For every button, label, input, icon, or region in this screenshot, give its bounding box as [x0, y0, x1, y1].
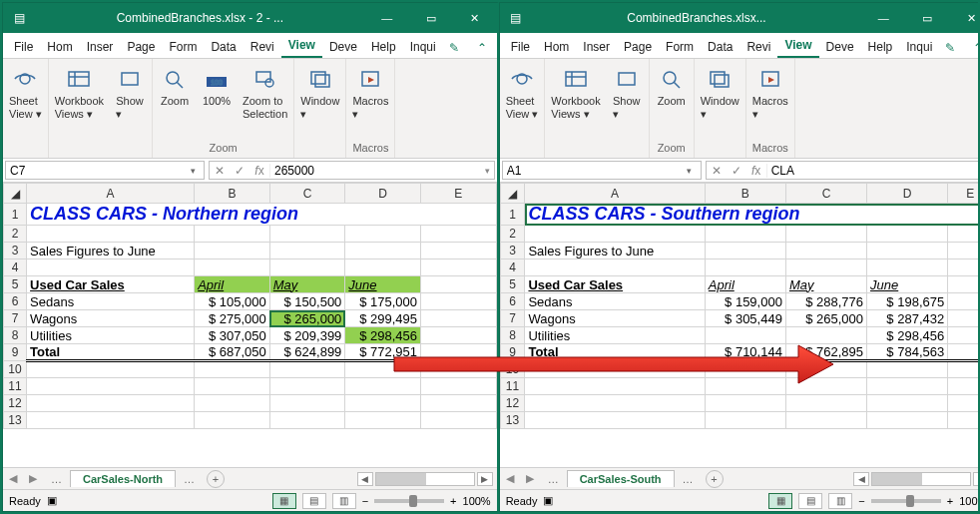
workbook-views-button[interactable]: Workbook Views ▾: [51, 63, 108, 123]
tab-file[interactable]: File: [7, 36, 40, 58]
collapse-ribbon-icon[interactable]: ⌃: [471, 38, 493, 58]
tab-more-right[interactable]: …: [176, 473, 203, 485]
restore-button[interactable]: ▭: [409, 3, 453, 33]
name-box-input[interactable]: [507, 164, 683, 178]
zoom-100-button[interactable]: 100100%: [197, 63, 237, 110]
tab-home[interactable]: Hom: [537, 36, 576, 58]
name-box-input[interactable]: [10, 164, 186, 178]
fx-icon[interactable]: fx: [746, 164, 766, 178]
zoom-slider[interactable]: [374, 499, 444, 503]
section-header[interactable]: Used Car Sales: [27, 276, 195, 293]
share-icon[interactable]: ✎: [443, 38, 465, 58]
enter-formula-icon[interactable]: ✓: [727, 164, 746, 178]
sheet-view-button[interactable]: Sheet View ▾: [502, 63, 543, 123]
titlebar[interactable]: ▤ CombinedBranches.xlsx - 2 - ... — ▭ ✕: [3, 3, 497, 33]
macros-button[interactable]: Macros ▾: [748, 63, 792, 123]
view-pagelayout-icon[interactable]: ▤: [798, 493, 822, 509]
fx-icon[interactable]: fx: [249, 164, 269, 178]
macros-button[interactable]: Macros ▾: [348, 63, 392, 123]
tab-insert[interactable]: Inser: [576, 36, 617, 58]
show-button[interactable]: Show ▾: [110, 63, 150, 123]
tab-view[interactable]: View: [281, 34, 322, 58]
zoom-out-button[interactable]: −: [362, 495, 368, 507]
view-normal-icon[interactable]: ▦: [272, 493, 296, 509]
name-box-dropdown-icon[interactable]: ▾: [186, 166, 200, 176]
window-button[interactable]: Window ▾: [296, 63, 343, 123]
zoom-in-button[interactable]: +: [947, 495, 953, 507]
tab-formulas[interactable]: Form: [162, 36, 204, 58]
formula-input[interactable]: 265000: [269, 164, 482, 178]
tab-file[interactable]: File: [504, 36, 537, 58]
region-title[interactable]: CLASS CARS - Northern region: [27, 204, 497, 226]
collapse-ribbon-icon[interactable]: ⌃: [967, 38, 980, 58]
col-header[interactable]: C: [785, 184, 866, 204]
close-button[interactable]: ✕: [453, 3, 497, 33]
view-pagelayout-icon[interactable]: ▤: [302, 493, 326, 509]
formula-input[interactable]: CLA: [766, 164, 979, 178]
zoom-button[interactable]: Zoom: [155, 63, 195, 110]
worksheet-grid[interactable]: ◢ A B C D E 1CLASS CARS - Southern regio…: [500, 183, 980, 467]
restore-button[interactable]: ▭: [905, 3, 949, 33]
hscroll-thumb[interactable]: [376, 473, 426, 485]
hscroll-right-icon[interactable]: ▶: [973, 472, 980, 486]
hscroll-left-icon[interactable]: ◀: [357, 472, 373, 486]
col-header[interactable]: A: [525, 184, 705, 204]
tab-nav-prev-icon[interactable]: ◀: [500, 472, 520, 485]
tab-data[interactable]: Data: [701, 36, 739, 58]
name-box[interactable]: ▾: [5, 161, 205, 180]
macro-record-icon[interactable]: ▣: [543, 494, 553, 507]
tab-more-left[interactable]: …: [43, 473, 70, 485]
tab-review[interactable]: Revi: [739, 36, 777, 58]
sheet-tab[interactable]: CarSales-South: [567, 470, 675, 487]
minimize-button[interactable]: —: [861, 3, 905, 33]
col-header[interactable]: D: [345, 184, 421, 204]
tab-developer[interactable]: Deve: [322, 36, 364, 58]
tab-nav-next-icon[interactable]: ▶: [23, 472, 43, 485]
tab-help[interactable]: Help: [364, 36, 403, 58]
selected-cell[interactable]: $ 265,000: [269, 310, 345, 327]
col-header[interactable]: B: [195, 184, 270, 204]
window-button[interactable]: Window ▾: [697, 63, 743, 123]
col-header[interactable]: C: [269, 184, 345, 204]
subtitle[interactable]: Sales Figures to June: [27, 243, 195, 259]
row-header[interactable]: 1: [4, 204, 27, 226]
new-sheet-button[interactable]: +: [207, 470, 225, 488]
zoom-level[interactable]: 100%: [959, 495, 980, 507]
show-button[interactable]: Show ▾: [607, 63, 647, 123]
hscroll-left-icon[interactable]: ◀: [853, 472, 869, 486]
name-box[interactable]: ▾: [502, 161, 702, 180]
view-pagebreak-icon[interactable]: ▥: [828, 493, 852, 509]
tab-nav-prev-icon[interactable]: ◀: [3, 472, 23, 485]
cancel-formula-icon[interactable]: ✕: [707, 164, 727, 178]
minimize-button[interactable]: —: [365, 3, 409, 33]
hscroll-track[interactable]: [871, 472, 971, 486]
tab-developer[interactable]: Deve: [819, 36, 861, 58]
zoom-level[interactable]: 100%: [463, 495, 491, 507]
selected-cell[interactable]: CLASS CARS - Southern region: [525, 204, 980, 226]
tab-review[interactable]: Revi: [244, 36, 281, 58]
workbook-views-button[interactable]: Workbook Views ▾: [547, 63, 604, 123]
titlebar[interactable]: ▤ CombinedBranches.xlsx... — ▭ ✕: [500, 3, 980, 33]
expand-formula-bar-icon[interactable]: ▾: [482, 166, 494, 176]
tab-nav-next-icon[interactable]: ▶: [520, 472, 540, 485]
tab-pagelayout[interactable]: Page: [120, 36, 162, 58]
close-button[interactable]: ✕: [949, 3, 980, 33]
view-pagebreak-icon[interactable]: ▥: [332, 493, 356, 509]
tab-help[interactable]: Help: [861, 36, 900, 58]
col-header[interactable]: A: [27, 184, 195, 204]
col-header[interactable]: E: [948, 184, 980, 204]
tab-inquire[interactable]: Inqui: [899, 36, 939, 58]
name-box-dropdown-icon[interactable]: ▾: [683, 166, 697, 176]
col-header[interactable]: D: [867, 184, 948, 204]
tab-home[interactable]: Hom: [40, 36, 79, 58]
select-all-corner[interactable]: ◢: [4, 184, 27, 204]
share-icon[interactable]: ✎: [939, 38, 961, 58]
cancel-formula-icon[interactable]: ✕: [210, 164, 230, 178]
enter-formula-icon[interactable]: ✓: [230, 164, 249, 178]
view-normal-icon[interactable]: ▦: [768, 493, 792, 509]
zoom-selection-button[interactable]: Zoom to Selection: [239, 63, 291, 123]
zoom-button[interactable]: Zoom: [652, 63, 692, 110]
new-sheet-button[interactable]: +: [706, 470, 724, 488]
sheet-view-button[interactable]: Sheet View ▾: [5, 63, 46, 123]
select-all-corner[interactable]: ◢: [500, 184, 525, 204]
